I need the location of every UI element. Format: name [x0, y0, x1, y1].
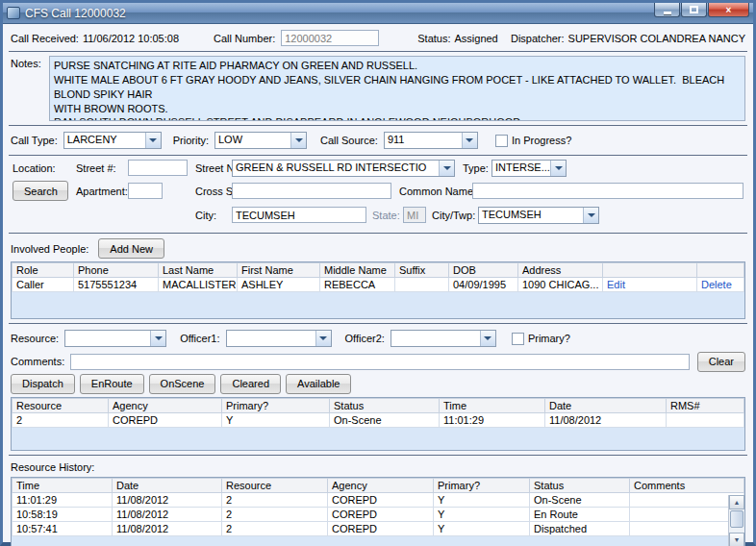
resource-history-header: Resource History:: [11, 459, 745, 475]
state-field[interactable]: [403, 207, 426, 223]
table-row[interactable]: 10:57:41 11/08/2012 2 COREPD Y Dispatche…: [13, 522, 744, 536]
chevron-down-icon: [583, 208, 598, 223]
apartment-field[interactable]: [128, 183, 163, 199]
column-header[interactable]: Status: [530, 479, 630, 493]
table-row[interactable]: 10:58:19 11/08/2012 2 COREPD Y En Route: [13, 508, 744, 522]
cell-agency: COREPD: [328, 522, 434, 536]
separator: [9, 51, 747, 52]
column-header[interactable]: Phone: [74, 263, 159, 278]
edit-link[interactable]: Edit: [607, 279, 625, 290]
column-header[interactable]: Resource: [13, 399, 109, 413]
call-number-field[interactable]: [281, 30, 379, 46]
minimize-button[interactable]: [654, 3, 680, 17]
column-header[interactable]: Comments: [630, 479, 744, 493]
scrollbar-thumb[interactable]: [730, 510, 743, 528]
cell-resource: 2: [222, 522, 328, 536]
enroute-button[interactable]: EnRoute: [80, 374, 144, 394]
notes-row: Notes: PURSE SNATCHING AT RITE AID PHARM…: [11, 56, 745, 121]
priority-value: LOW: [215, 133, 290, 148]
column-header[interactable]: Date: [545, 399, 667, 413]
column-header[interactable]: Agency: [328, 479, 434, 493]
call-source-label: Call Source:: [320, 135, 378, 146]
chevron-down-icon: [480, 331, 495, 346]
cell-date: 11/08/2012: [113, 493, 222, 508]
table-row[interactable]: 2 COREPD Y On-Scene 11:01:29 11/08/2012: [13, 413, 744, 428]
onscene-button[interactable]: OnScene: [149, 374, 216, 394]
add-new-button[interactable]: Add New: [98, 238, 164, 259]
column-header[interactable]: DOB: [449, 263, 518, 278]
column-header[interactable]: Time: [440, 399, 545, 413]
column-header[interactable]: Resource: [222, 479, 328, 493]
chevron-down-icon: [315, 331, 331, 346]
maximize-icon: [690, 6, 698, 13]
column-header[interactable]: Role: [13, 263, 74, 278]
delete-link[interactable]: Delete: [701, 279, 732, 290]
maximize-button[interactable]: [681, 3, 707, 17]
cell-date: 11/08/2012: [113, 508, 222, 522]
in-progress-checkbox[interactable]: [495, 135, 508, 147]
status-label: Status:: [417, 33, 450, 44]
call-type-dropdown[interactable]: LARCENY: [63, 132, 162, 149]
notes-field[interactable]: PURSE SNATCHING AT RITE AID PHARMACY ON …: [49, 56, 745, 121]
column-header[interactable]: Agency: [109, 399, 222, 413]
cell-address: 1090 CHICAG...: [518, 278, 603, 292]
cell-resource: 2: [222, 493, 328, 508]
column-header[interactable]: Last Name: [159, 263, 238, 278]
column-header[interactable]: RMS#: [667, 399, 744, 413]
scroll-down-icon[interactable]: ▼: [729, 533, 744, 546]
clear-button[interactable]: Clear: [697, 352, 745, 372]
table-row[interactable]: 11:01:29 11/08/2012 2 COREPD Y On-Scene: [13, 493, 744, 508]
officer1-dropdown[interactable]: [226, 330, 332, 347]
call-source-dropdown[interactable]: 911: [384, 132, 478, 149]
street-number-field[interactable]: [128, 160, 188, 176]
cell-suffix: [395, 278, 449, 292]
available-button[interactable]: Available: [286, 374, 351, 394]
column-header[interactable]: Middle Name: [320, 263, 395, 278]
cell-comments: [630, 493, 744, 508]
table-header-row: Resource Agency Primary? Status Time Dat…: [13, 399, 744, 413]
column-header: [603, 263, 697, 278]
column-header[interactable]: Primary?: [222, 399, 330, 413]
cfs-call-window: CFS Call 12000032 × Call Received: 11/06…: [0, 0, 756, 546]
column-header[interactable]: Status: [330, 399, 440, 413]
priority-dropdown[interactable]: LOW: [214, 132, 307, 149]
column-header[interactable]: Time: [13, 479, 113, 493]
scroll-up-icon[interactable]: ▲: [729, 495, 744, 509]
common-name-field[interactable]: [472, 183, 743, 199]
call-header-row: Call Received: 11/06/2012 10:05:08 Call …: [11, 29, 745, 47]
location-type-value: INTERSE...: [492, 161, 550, 176]
street-name-dropdown[interactable]: GREEN & RUSSELL RD INTERSECTIO: [232, 160, 455, 177]
table-row[interactable]: Caller 5175551234 MACALLISTER ASHLEY REB…: [13, 278, 744, 292]
involved-people-header: Involved People: Add New: [11, 237, 745, 260]
search-button[interactable]: Search: [13, 181, 68, 201]
column-header[interactable]: First Name: [238, 263, 320, 278]
comments-row: Comments: Clear: [11, 351, 745, 372]
city-field[interactable]: [232, 207, 366, 223]
chevron-down-icon: [550, 161, 566, 176]
call-number-label: Call Number:: [214, 33, 275, 44]
client-area: Call Received: 11/06/2012 10:05:08 Call …: [3, 24, 753, 546]
column-header[interactable]: Suffix: [395, 263, 449, 278]
close-button[interactable]: ×: [708, 3, 749, 17]
citytwp-dropdown[interactable]: TECUMSEH: [478, 207, 599, 224]
dispatch-button[interactable]: Dispatch: [11, 374, 75, 394]
column-header[interactable]: Address: [518, 263, 603, 278]
cleared-button[interactable]: Cleared: [220, 374, 281, 394]
cell-time: 11:01:29: [440, 413, 545, 428]
chevron-down-icon: [462, 133, 477, 148]
column-header[interactable]: Primary?: [434, 479, 530, 493]
cell-date: 11/08/2012: [113, 522, 222, 536]
comments-field[interactable]: [70, 354, 689, 370]
column-header[interactable]: Date: [113, 479, 222, 493]
chevron-down-icon: [150, 331, 165, 346]
title-bar[interactable]: CFS Call 12000032 ×: [3, 3, 753, 24]
cell-date: 11/08/2012: [545, 413, 667, 428]
cross-street-field[interactable]: [232, 183, 391, 199]
location-section: Location: Street #: Street Name: GREEN &…: [11, 160, 745, 229]
history-scrollbar[interactable]: ▲ ▼: [728, 495, 744, 546]
officer2-dropdown[interactable]: [391, 330, 496, 347]
primary-checkbox[interactable]: [512, 333, 524, 345]
location-type-dropdown[interactable]: INTERSE...: [491, 160, 567, 177]
call-type-value: LARCENY: [64, 133, 145, 148]
resource-dropdown[interactable]: [64, 330, 166, 347]
